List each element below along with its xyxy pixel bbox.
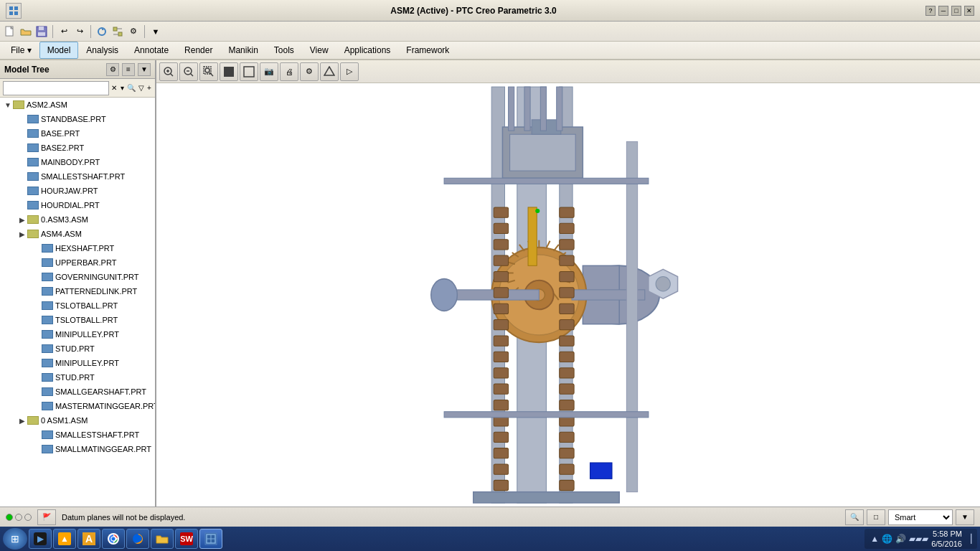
tree-item[interactable]: SMALLESTSHAFT.PRT bbox=[0, 428, 155, 442]
tree-item[interactable]: UPPERBAR.PRT bbox=[0, 255, 155, 270]
menu-file[interactable]: File ▾ bbox=[3, 42, 39, 59]
menu-applications[interactable]: Applications bbox=[336, 42, 399, 59]
tree-clear-btn[interactable]: ✕ bbox=[110, 81, 118, 95]
tree-item[interactable]: ▶0.ASM3.ASM bbox=[0, 212, 155, 227]
tray-up-icon[interactable]: ▲ bbox=[870, 534, 879, 544]
tree-item[interactable]: SMALLMATINGGEAR.PRT bbox=[0, 442, 155, 456]
open-button[interactable] bbox=[19, 24, 33, 39]
taskbar-app3[interactable]: A bbox=[77, 529, 100, 549]
tree-item-label: STUD.PRT bbox=[55, 344, 95, 353]
help-icon[interactable]: ? bbox=[925, 6, 936, 16]
select-down-btn[interactable]: ▼ bbox=[956, 509, 974, 525]
tree-item[interactable]: SMALLGEARSHAFT.PRT bbox=[0, 385, 155, 399]
minimize-button[interactable]: ─ bbox=[938, 6, 948, 16]
no-expand bbox=[32, 329, 42, 339]
relations-button[interactable] bbox=[110, 24, 125, 39]
zoom-in-btn[interactable] bbox=[159, 62, 178, 81]
taskbar-solidworks[interactable]: SW bbox=[175, 529, 198, 549]
tree-search-input[interactable] bbox=[3, 81, 109, 95]
taskbar-media-player[interactable]: ▶ bbox=[29, 529, 52, 549]
close-button[interactable]: ✕ bbox=[964, 6, 974, 16]
view-manager-btn[interactable] bbox=[320, 62, 339, 81]
root-expand-icon[interactable]: ▼ bbox=[3, 100, 13, 110]
tree-item[interactable]: MASTERMATINGGEAR.PRT bbox=[0, 399, 155, 413]
tray-show-desktop[interactable]: ▕ bbox=[965, 534, 971, 544]
expand-icon[interactable]: ▶ bbox=[17, 415, 27, 425]
tree-content[interactable]: ▼ ASM2.ASM STANDBASE.PRT BASE.PRT BASE2.… bbox=[0, 98, 155, 507]
taskbar-chrome[interactable] bbox=[102, 529, 125, 549]
menu-tools[interactable]: Tools bbox=[266, 42, 302, 59]
status-flag-btn[interactable]: 🚩 bbox=[37, 509, 56, 525]
play-btn[interactable]: ▷ bbox=[340, 62, 359, 81]
tray-network-icon[interactable]: 🌐 bbox=[882, 534, 892, 544]
layer-btn[interactable]: □ bbox=[867, 509, 885, 525]
zoom-window-btn[interactable] bbox=[199, 62, 218, 81]
extra-btn[interactable]: ▼ bbox=[149, 24, 163, 39]
regen-button[interactable] bbox=[95, 24, 109, 39]
tree-item[interactable]: SMALLESTSHAFT.PRT bbox=[0, 169, 155, 184]
save-button[interactable] bbox=[34, 24, 49, 39]
tray-clock[interactable]: 5:58 PM 6/5/2016 bbox=[931, 529, 962, 550]
tree-columns-btn[interactable]: ≡ bbox=[122, 63, 135, 76]
tree-arrow-btn[interactable]: ▾ bbox=[119, 81, 125, 95]
tree-item[interactable]: BASE.PRT bbox=[0, 126, 155, 141]
tree-item[interactable]: GOVERNINGUNIT.PRT bbox=[0, 270, 155, 284]
menu-model[interactable]: Model bbox=[39, 42, 79, 59]
expand-icon[interactable]: ▶ bbox=[17, 229, 27, 239]
tree-item[interactable]: STUD.PRT bbox=[0, 342, 155, 356]
camera-btn[interactable]: 📷 bbox=[260, 62, 278, 81]
viewport-canvas[interactable] bbox=[156, 83, 980, 507]
tray-volume-icon[interactable]: 🔊 bbox=[895, 534, 906, 544]
tree-item[interactable]: MINIPULLEY.PRT bbox=[0, 356, 155, 370]
menu-annotate[interactable]: Annotate bbox=[126, 42, 176, 59]
new-button[interactable] bbox=[3, 24, 17, 39]
shading-btn[interactable] bbox=[220, 62, 238, 81]
tray-battery-icon[interactable]: ▰▰▰ bbox=[909, 534, 928, 544]
taskbar-explorer[interactable] bbox=[151, 529, 174, 549]
tree-settings-btn[interactable]: ⚙ bbox=[106, 63, 119, 76]
menu-framework[interactable]: Framework bbox=[398, 42, 457, 59]
tree-item[interactable]: ▶ASM4.ASM bbox=[0, 227, 155, 241]
tree-item[interactable]: STUD.PRT bbox=[0, 370, 155, 385]
tree-item[interactable]: HOURJAW.PRT bbox=[0, 184, 155, 198]
maximize-button[interactable]: □ bbox=[951, 6, 961, 16]
tree-item[interactable]: PATTERNEDLINK.PRT bbox=[0, 284, 155, 298]
menu-manikin[interactable]: Manikin bbox=[220, 42, 265, 59]
expand-icon[interactable]: ▶ bbox=[17, 215, 27, 225]
tree-item[interactable]: TSLOTBALL.PRT bbox=[0, 298, 155, 313]
tree-filter-btn[interactable]: ▽ bbox=[138, 81, 145, 95]
svg-rect-86 bbox=[509, 87, 514, 131]
menu-analysis[interactable]: Analysis bbox=[78, 42, 126, 59]
print-btn[interactable]: 🖨 bbox=[280, 62, 298, 81]
tree-item[interactable]: ▶0 ASM1.ASM bbox=[0, 413, 155, 428]
tree-find-btn[interactable]: 🔍 bbox=[126, 81, 136, 95]
tree-add-btn[interactable]: + bbox=[146, 81, 152, 95]
tree-item[interactable]: TSLOTBALL.PRT bbox=[0, 313, 155, 327]
wireframe-btn[interactable] bbox=[240, 62, 258, 81]
undo-button[interactable]: ↩ bbox=[57, 24, 71, 39]
redo-button[interactable]: ↪ bbox=[72, 24, 87, 39]
tree-item[interactable]: HOURDIAL.PRT bbox=[0, 198, 155, 212]
tree-root-item[interactable]: ▼ ASM2.ASM bbox=[0, 98, 155, 112]
tree-item[interactable]: STANDBASE.PRT bbox=[0, 112, 155, 126]
taskbar-firefox[interactable] bbox=[126, 529, 149, 549]
menu-view[interactable]: View bbox=[302, 42, 336, 59]
tree-item[interactable]: HEXSHAFT.PRT bbox=[0, 241, 155, 255]
smart-select[interactable]: Smart bbox=[888, 509, 953, 525]
zoom-out-btn[interactable] bbox=[179, 62, 198, 81]
tree-item[interactable]: MINIPULLEY.PRT bbox=[0, 327, 155, 342]
settings-button[interactable]: ⚙ bbox=[126, 24, 141, 39]
display-settings-btn[interactable]: ⚙ bbox=[300, 62, 319, 81]
menu-render[interactable]: Render bbox=[176, 42, 220, 59]
tree-item-label: MASTERMATINGGEAR.PRT bbox=[55, 402, 155, 410]
window-controls[interactable]: ? ─ □ ✕ bbox=[925, 6, 974, 16]
tree-item[interactable]: MAINBODY.PRT bbox=[0, 155, 155, 169]
start-button[interactable]: ⊞ bbox=[3, 528, 27, 550]
svg-line-17 bbox=[171, 73, 174, 76]
search-btn[interactable]: 🔍 bbox=[845, 509, 864, 525]
taskbar-app2[interactable]: ▲ bbox=[53, 529, 76, 549]
tree-item[interactable]: BASE2.PRT bbox=[0, 141, 155, 155]
taskbar-creo[interactable] bbox=[199, 529, 222, 549]
tree-expand-btn[interactable]: ▼ bbox=[138, 63, 151, 76]
svg-rect-43 bbox=[494, 207, 508, 217]
